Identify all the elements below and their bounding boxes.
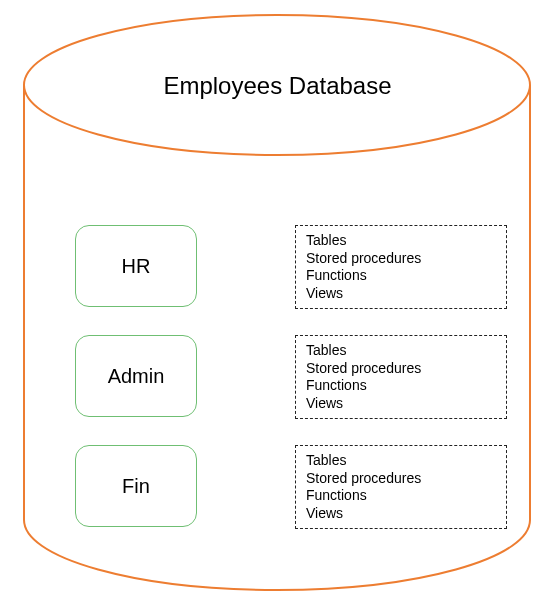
object-item: Stored procedures <box>306 360 496 378</box>
schema-label: HR <box>122 255 151 278</box>
object-item: Views <box>306 285 496 303</box>
object-item: Views <box>306 505 496 523</box>
schema-label: Admin <box>108 365 165 388</box>
object-item: Views <box>306 395 496 413</box>
object-item: Tables <box>306 342 496 360</box>
object-item: Stored procedures <box>306 470 496 488</box>
objects-box: Tables Stored procedures Functions Views <box>295 225 507 309</box>
database-title: Employees Database <box>0 72 555 100</box>
schema-label: Fin <box>122 475 150 498</box>
objects-box: Tables Stored procedures Functions Views <box>295 445 507 529</box>
object-item: Functions <box>306 487 496 505</box>
object-item: Tables <box>306 452 496 470</box>
object-item: Functions <box>306 267 496 285</box>
schema-box-admin: Admin <box>75 335 197 417</box>
objects-box: Tables Stored procedures Functions Views <box>295 335 507 419</box>
object-item: Functions <box>306 377 496 395</box>
object-item: Tables <box>306 232 496 250</box>
schema-box-hr: HR <box>75 225 197 307</box>
schema-box-fin: Fin <box>75 445 197 527</box>
database-diagram: Employees Database HR Tables Stored proc… <box>0 0 555 598</box>
object-item: Stored procedures <box>306 250 496 268</box>
